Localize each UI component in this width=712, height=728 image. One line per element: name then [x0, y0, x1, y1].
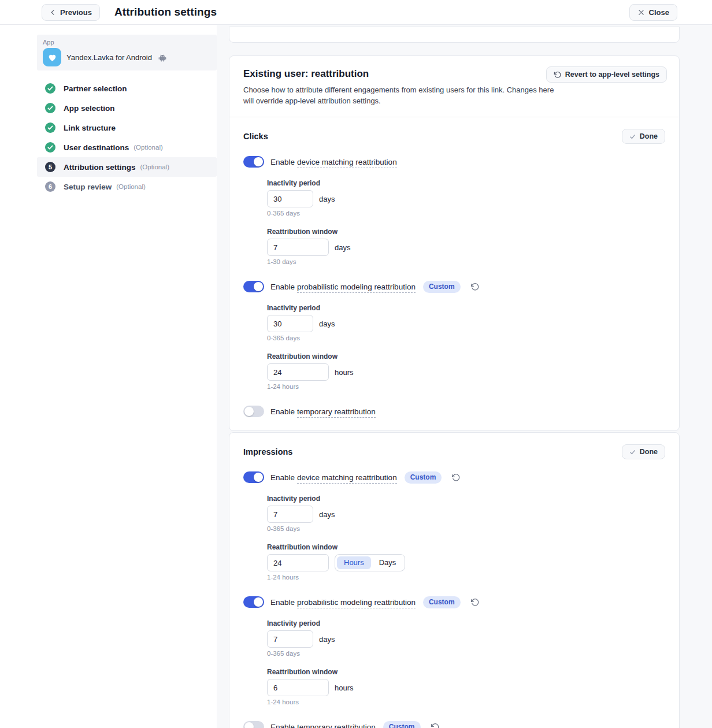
done-button-label: Done: [640, 448, 658, 456]
custom-badge: Custom: [423, 281, 461, 293]
field-label: Reattribution window: [267, 352, 665, 361]
unit-option-hours[interactable]: Hours: [337, 556, 371, 569]
inactivity-period-field: Inactivity period days 0-365 days: [267, 619, 665, 657]
unit-label: days: [335, 243, 350, 252]
revert-button-label: Revert to app-level settings: [565, 70, 659, 79]
reattribution-window-field: Reattribution window hours 1-24 hours: [267, 352, 665, 390]
step-optional-tag: (Optional): [116, 183, 146, 190]
wizard-sidebar: App Yandex.Lavka for Android Partner sel…: [0, 25, 217, 728]
range-hint: 0-365 days: [267, 525, 665, 532]
check-icon: [629, 133, 636, 140]
clicks-probabilistic-row: Enableprobabilistic modeling reattributi…: [243, 280, 665, 293]
field-label: Reattribution window: [267, 668, 665, 676]
previous-button-label: Previous: [60, 8, 92, 17]
impressions-section: Impressions Done Enabledevice matching r…: [229, 433, 679, 728]
close-icon: [637, 9, 645, 16]
toggle-label: Enableprobabilistic modeling reattributi…: [270, 283, 416, 291]
app-label: App: [43, 39, 211, 46]
sidebar-item-app-selection[interactable]: App selection: [37, 98, 217, 118]
tooltip-term[interactable]: temporary reattribution: [297, 407, 376, 418]
impressions-device-matching-row: Enabledevice matching reattribution Cust…: [243, 471, 665, 484]
range-hint: 1-24 hours: [267, 699, 665, 705]
step-label: Setup review: [64, 183, 112, 191]
field-label: Inactivity period: [267, 495, 665, 503]
clicks-device-window-input[interactable]: [267, 239, 329, 256]
sidebar-item-link-structure[interactable]: User destinations Link structure: [37, 118, 217, 138]
revert-icon: [554, 71, 561, 79]
revert-icon[interactable]: [431, 723, 439, 728]
tooltip-term[interactable]: probabilistic modeling reattribution: [297, 283, 416, 293]
clicks-device-inactivity-input[interactable]: [267, 190, 313, 207]
inactivity-period-field: Inactivity period days 0-365 days: [267, 179, 665, 217]
impressions-done-button[interactable]: Done: [622, 444, 665, 459]
sidebar-item-attribution-settings[interactable]: 5 Attribution settings (Optional): [37, 157, 217, 177]
range-hint: 1-24 hours: [267, 383, 665, 390]
impressions-device-matching-toggle[interactable]: [243, 471, 264, 483]
impressions-card: Impressions Done Enabledevice matching r…: [229, 432, 680, 728]
tooltip-term[interactable]: probabilistic modeling reattribution: [297, 598, 416, 608]
impressions-temporary-toggle[interactable]: [243, 721, 264, 728]
tooltip-term[interactable]: device matching reattribution: [297, 473, 397, 484]
reattribution-window-field: Reattribution window Hours Days 1-24 hou…: [267, 543, 665, 581]
clicks-device-matching-toggle[interactable]: [243, 156, 264, 168]
page-title: Attribution settings: [114, 6, 217, 18]
android-platform-icon: [158, 54, 166, 62]
unit-label: hours: [335, 684, 354, 692]
tooltip-term[interactable]: device matching reattribution: [297, 158, 397, 168]
wizard-steps: Partner selection App selection User des…: [37, 79, 217, 196]
top-bar: Previous Attribution settings Close: [0, 0, 712, 25]
reattribution-card-header: Existing user: reattribution Choose how …: [229, 56, 679, 117]
clicks-device-matching-row: Enabledevice matching reattribution: [243, 155, 665, 168]
check-icon: [629, 449, 636, 455]
revert-icon[interactable]: [451, 473, 460, 482]
impressions-probabilistic-inactivity-input[interactable]: [267, 630, 313, 648]
custom-badge: Custom: [423, 596, 461, 608]
sidebar-item-setup-review[interactable]: 6 Setup review (Optional): [37, 177, 217, 196]
unit-segmented-control: Hours Days: [335, 554, 405, 571]
sidebar-item-partner-selection[interactable]: Partner selection: [37, 79, 217, 98]
toggle-label: Enabletemporary reattribution: [270, 407, 376, 416]
revert-icon[interactable]: [470, 598, 479, 607]
step-optional-tag: (Optional): [140, 164, 170, 170]
clicks-probabilistic-toggle[interactable]: [243, 281, 264, 292]
step-label: Link structure: [64, 124, 116, 132]
tooltip-term[interactable]: temporary reattribution: [297, 723, 376, 728]
field-label: Reattribution window: [267, 228, 665, 236]
range-hint: 0-365 days: [267, 335, 665, 341]
custom-badge: Custom: [405, 471, 442, 484]
impressions-device-window-input[interactable]: [267, 554, 329, 571]
inactivity-period-field: Inactivity period days 0-365 days: [267, 304, 665, 341]
clicks-section: Clicks Done Enabledevice matching reattr…: [229, 117, 679, 430]
close-button-label: Close: [649, 8, 669, 17]
close-button[interactable]: Close: [629, 4, 677, 21]
clicks-probabilistic-inactivity-input[interactable]: [267, 315, 313, 332]
clicks-done-button[interactable]: Done: [622, 129, 665, 144]
revert-to-app-level-button[interactable]: Revert to app-level settings: [546, 66, 667, 83]
step-done-check-icon: [45, 142, 55, 153]
step-number-icon: 5: [45, 162, 55, 172]
unit-label: days: [319, 635, 335, 644]
impressions-probabilistic-toggle[interactable]: [243, 596, 264, 608]
toggle-label: Enabletemporary reattribution: [270, 723, 376, 728]
toggle-label: Enabledevice matching reattribution: [270, 473, 397, 482]
clicks-temporary-toggle[interactable]: [243, 406, 264, 417]
reattribution-window-field: Reattribution window hours 1-24 hours: [267, 668, 665, 705]
step-done-check-icon: [45, 83, 55, 94]
revert-icon[interactable]: [470, 283, 479, 291]
impressions-device-inactivity-input[interactable]: [267, 506, 313, 523]
impressions-probabilistic-window-input[interactable]: [267, 679, 329, 696]
main-content: Existing user: reattribution Choose how …: [217, 25, 712, 728]
sidebar-item-user-destinations[interactable]: User destinations (Optional): [37, 138, 217, 157]
field-label: Inactivity period: [267, 619, 665, 627]
clicks-probabilistic-window-input[interactable]: [267, 363, 329, 381]
app-logo-icon: [43, 48, 61, 66]
field-label: Inactivity period: [267, 304, 665, 312]
app-name: Yandex.Lavka for Android: [66, 53, 152, 62]
step-done-check-icon: [45, 103, 55, 113]
previous-button[interactable]: Previous: [42, 4, 100, 21]
unit-label: days: [319, 510, 335, 519]
unit-option-days[interactable]: Days: [372, 556, 403, 569]
previous-section-card: [229, 27, 680, 43]
unit-label: days: [319, 320, 335, 328]
step-label: Attribution settings: [64, 163, 136, 172]
